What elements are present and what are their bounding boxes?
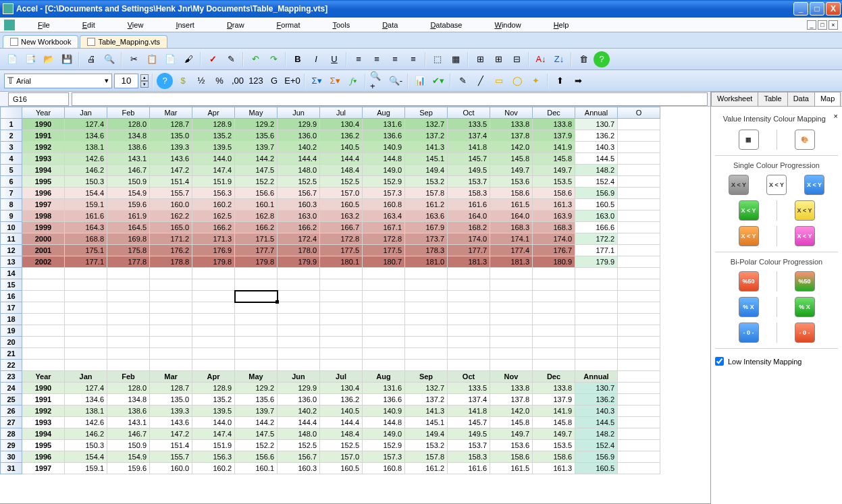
data-cell[interactable] <box>575 360 618 371</box>
data-cell[interactable]: 149.4 <box>405 165 448 176</box>
xlty-gray-button[interactable]: X < Y <box>729 175 749 195</box>
row-header[interactable]: 24 <box>1 383 22 394</box>
data-cell[interactable]: 164.5 <box>107 222 150 233</box>
data-cell[interactable] <box>618 360 660 371</box>
data-cell[interactable] <box>618 199 660 211</box>
data-cell[interactable] <box>618 383 660 394</box>
data-cell[interactable]: 149.0 <box>363 165 405 176</box>
sort-desc-button[interactable]: Z↓ <box>551 51 567 67</box>
tab-table[interactable]: Table <box>758 92 787 106</box>
data-cell[interactable] <box>363 337 405 348</box>
data-cell[interactable] <box>107 291 150 302</box>
xlty-white-button[interactable]: X < Y <box>766 175 787 195</box>
data-cell[interactable]: 2002 <box>22 256 65 268</box>
data-cell[interactable] <box>448 360 490 371</box>
data-cell[interactable] <box>278 325 320 337</box>
col-header[interactable]: Jul <box>320 107 363 119</box>
zoom-in-button[interactable]: 🔍+ <box>369 73 386 89</box>
data-cell[interactable]: 1990 <box>22 383 65 394</box>
row-header[interactable]: 22 <box>1 360 22 371</box>
data-cell[interactable] <box>448 268 490 279</box>
data-cell[interactable]: 133.8 <box>490 383 533 394</box>
data-cell[interactable]: 160.3 <box>278 199 320 211</box>
data-cell[interactable]: 129.2 <box>235 119 278 130</box>
data-cell[interactable] <box>107 268 150 279</box>
row-header[interactable]: 6 <box>1 176 22 188</box>
data-cell[interactable]: 128.9 <box>192 383 235 394</box>
line-button[interactable]: ╱ <box>473 73 489 89</box>
data-cell[interactable]: 161.5 <box>490 199 533 211</box>
data-cell[interactable]: 129.2 <box>235 383 278 394</box>
data-cell[interactable]: Aug <box>363 371 405 383</box>
data-cell[interactable]: 141.3 <box>405 405 448 417</box>
data-cell[interactable]: 160.5 <box>575 199 618 211</box>
data-cell[interactable] <box>575 291 618 302</box>
data-cell[interactable]: 176.7 <box>533 245 575 256</box>
data-cell[interactable] <box>618 165 660 176</box>
data-cell[interactable]: 148.4 <box>320 428 363 440</box>
data-cell[interactable] <box>278 302 320 314</box>
data-cell[interactable]: 139.5 <box>192 405 235 417</box>
cell-reference-box[interactable]: G16 <box>8 92 69 106</box>
data-cell[interactable] <box>320 337 363 348</box>
data-cell[interactable]: 139.7 <box>235 142 278 153</box>
data-cell[interactable]: 146.2 <box>65 165 107 176</box>
data-cell[interactable]: 147.2 <box>150 428 192 440</box>
data-cell[interactable] <box>22 314 65 325</box>
col-header[interactable]: May <box>235 107 278 119</box>
data-cell[interactable]: 177.5 <box>320 245 363 256</box>
data-cell[interactable]: 152.5 <box>320 176 363 188</box>
data-cell[interactable]: 154.9 <box>107 188 150 199</box>
size-down-button[interactable]: ▾ <box>140 81 149 88</box>
data-cell[interactable]: 157.8 <box>405 451 448 463</box>
data-cell[interactable]: 1999 <box>22 222 65 233</box>
data-cell[interactable] <box>235 302 278 314</box>
data-cell[interactable]: 159.6 <box>107 463 150 474</box>
data-cell[interactable] <box>448 302 490 314</box>
data-cell[interactable] <box>22 268 65 279</box>
data-cell[interactable]: 132.7 <box>405 383 448 394</box>
pctx-blue-button[interactable]: % X <box>739 297 759 317</box>
data-cell[interactable]: Jul <box>320 371 363 383</box>
data-cell[interactable] <box>490 291 533 302</box>
data-cell[interactable] <box>490 325 533 337</box>
data-cell[interactable]: 137.9 <box>533 394 575 405</box>
data-cell[interactable] <box>278 279 320 291</box>
data-cell[interactable]: 1992 <box>22 142 65 153</box>
data-cell[interactable]: 134.8 <box>107 394 150 405</box>
new-button[interactable]: 📄 <box>4 51 20 67</box>
data-cell[interactable] <box>192 337 235 348</box>
align-left-button[interactable]: ≡ <box>350 51 367 67</box>
xlty-blue-button[interactable]: X < Y <box>804 175 824 195</box>
col-header[interactable]: O <box>618 107 660 119</box>
row-header[interactable]: 1 <box>1 119 22 130</box>
menu-edit[interactable]: Edit <box>66 20 111 30</box>
data-cell[interactable]: 155.7 <box>150 188 192 199</box>
data-cell[interactable] <box>22 337 65 348</box>
data-cell[interactable]: 138.1 <box>65 405 107 417</box>
rect-button[interactable]: ▭ <box>491 73 507 89</box>
data-cell[interactable] <box>490 348 533 360</box>
data-cell[interactable] <box>235 279 278 291</box>
row-header[interactable]: 21 <box>1 348 22 360</box>
sum-button[interactable]: Σ▾ <box>309 73 325 89</box>
data-cell[interactable]: Oct <box>448 371 490 383</box>
data-cell[interactable] <box>150 314 192 325</box>
data-cell[interactable] <box>575 268 618 279</box>
close-button[interactable]: X <box>826 2 841 16</box>
data-cell[interactable]: 127.4 <box>65 119 107 130</box>
align-justify-button[interactable]: ≡ <box>405 51 421 67</box>
data-cell[interactable] <box>320 325 363 337</box>
data-cell[interactable]: Annual <box>575 371 618 383</box>
data-cell[interactable]: 1996 <box>22 451 65 463</box>
data-cell[interactable]: Apr <box>192 371 235 383</box>
data-cell[interactable]: 156.9 <box>575 451 618 463</box>
data-cell[interactable]: 1991 <box>22 130 65 142</box>
data-cell[interactable]: 135.6 <box>235 394 278 405</box>
data-cell[interactable]: 152.9 <box>363 440 405 451</box>
copy-button[interactable]: 📋 <box>144 51 160 67</box>
data-cell[interactable] <box>575 302 618 314</box>
row-header[interactable]: 28 <box>1 428 22 440</box>
data-cell[interactable] <box>405 325 448 337</box>
data-cell[interactable] <box>618 337 660 348</box>
